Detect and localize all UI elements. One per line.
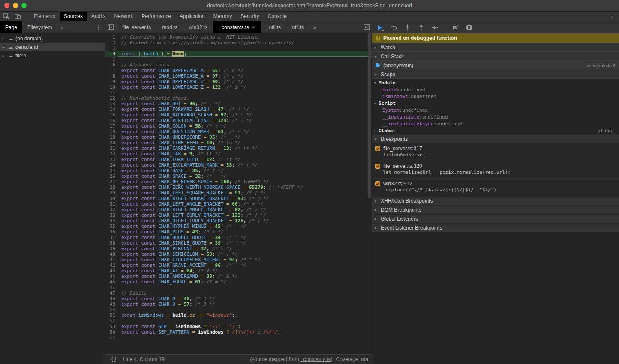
line-number[interactable]: 11 (105, 90, 118, 95)
more-tabs-chevron-icon[interactable]: » (57, 21, 67, 33)
section-global-listeners[interactable]: ▸Global Listeners (372, 214, 619, 223)
line-number[interactable]: 52 (105, 318, 118, 324)
line-number[interactable]: 13 (105, 101, 118, 107)
line-number[interactable]: 48 (105, 296, 118, 301)
line-number[interactable]: 49 (105, 301, 118, 307)
step-icon[interactable] (431, 24, 439, 31)
line-number[interactable]: 12 (105, 95, 118, 101)
line-number[interactable]: 30 (105, 196, 118, 201)
section-scope[interactable]: ▾ Scope (372, 70, 619, 79)
main-menu-button[interactable]: ⋮ (607, 12, 616, 21)
tab-sources[interactable]: Sources (60, 12, 87, 21)
line-number[interactable]: 29 (105, 190, 118, 196)
close-tab-icon[interactable]: × (252, 24, 255, 30)
deactivate-breakpoints-icon[interactable] (452, 24, 459, 31)
line-number[interactable]: 47 (105, 290, 118, 296)
line-number[interactable]: 55 (105, 335, 118, 340)
line-number[interactable]: 21 (105, 146, 118, 151)
line-number[interactable]: 51 (105, 313, 118, 318)
tab-performance[interactable]: Performance (137, 12, 175, 21)
file-tab-win32ts[interactable]: win32.ts (183, 21, 213, 33)
navigator-tab-page[interactable]: Page (0, 21, 22, 33)
line-number[interactable]: 15 (105, 112, 118, 118)
breakpoint-snippet[interactable]: let normalizedUrl = posix.normalize(req.… (372, 170, 619, 176)
section-xhr-fetch-breakpoints[interactable]: ▸XHR/fetch Breakpoints (372, 196, 619, 205)
line-number[interactable]: 2 (105, 40, 118, 45)
step-over-icon[interactable] (390, 24, 397, 31)
source-editor[interactable]: 1// Copyright the Browserify authors. MI… (105, 33, 372, 354)
minimize-window-button[interactable] (13, 3, 18, 8)
hide-navigator-icon[interactable] (105, 21, 117, 33)
line-number[interactable]: 24 (105, 162, 118, 168)
line-number[interactable]: 5 (105, 57, 118, 62)
tab-network[interactable]: Network (110, 12, 137, 21)
line-number[interactable]: 20 (105, 140, 118, 146)
line-number[interactable]: 33 (105, 212, 118, 218)
section-dom-breakpoints[interactable]: ▸DOM Breakpoints (372, 205, 619, 214)
line-number[interactable]: 25 (105, 168, 118, 173)
line-number[interactable]: 37 (105, 235, 118, 240)
pause-on-exceptions-icon[interactable] (466, 24, 473, 31)
inspect-element-icon[interactable] (3, 13, 10, 20)
scope-group-script[interactable]: ▾Script (372, 100, 619, 107)
source-map-link[interactable]: _constants.ts (300, 356, 331, 362)
line-number[interactable]: 46 (105, 285, 118, 290)
line-number[interactable]: 8 (105, 73, 118, 79)
line-number[interactable]: 7 (105, 68, 118, 73)
line-number[interactable]: 32 (105, 207, 118, 212)
section-call-stack[interactable]: ▾ Call Stack (372, 52, 619, 61)
show-debugger-sidebar-icon[interactable] (364, 21, 370, 33)
tab-elements[interactable]: Elements (30, 12, 60, 21)
navigator-menu-button[interactable]: ⋮ (95, 21, 102, 33)
call-stack-frame[interactable]: (anonymous)_constants.ts:4 (372, 61, 619, 70)
breakpoint-snippet[interactable]: listenAndServe( (372, 152, 619, 159)
line-number[interactable]: 31 (105, 201, 118, 207)
file-tab-modts[interactable]: mod.ts (156, 21, 183, 33)
breakpoint-checkbox[interactable] (375, 181, 380, 186)
line-number[interactable]: 9 (105, 79, 118, 84)
breakpoint-snippet[interactable]: .replace(/^\/*([A-Za-z]:)(\/|$)/, "$1/") (372, 187, 619, 194)
pretty-print-button[interactable]: {} (109, 356, 118, 362)
step-into-icon[interactable] (404, 24, 411, 31)
tab-application[interactable]: Application (175, 12, 209, 21)
tree-item[interactable]: ▸☁(no domain) (0, 34, 105, 43)
line-number[interactable]: 28 (105, 185, 118, 190)
breakpoint-checkbox[interactable] (375, 164, 380, 169)
line-number[interactable]: 40 (105, 251, 118, 257)
frame-location[interactable]: _constants.ts:4 (584, 63, 619, 68)
file-tab-_constantsts[interactable]: _constants.ts× (213, 21, 260, 33)
breakpoint-checkbox[interactable] (375, 146, 380, 151)
line-number[interactable]: 16 (105, 118, 118, 123)
line-number[interactable]: 26 (105, 173, 118, 179)
line-number[interactable]: 50 (105, 307, 118, 313)
line-number[interactable]: 45 (105, 279, 118, 285)
line-number[interactable]: 1 (105, 34, 118, 40)
tab-audits[interactable]: Audits (87, 12, 110, 21)
section-watch[interactable]: ▸ Watch (372, 43, 619, 52)
line-number[interactable]: 4 (105, 51, 118, 57)
line-number[interactable]: 43 (105, 268, 118, 274)
line-number[interactable]: 54 (105, 329, 118, 335)
line-number[interactable]: 53 (105, 324, 118, 329)
line-number[interactable]: 17 (105, 123, 118, 129)
line-number[interactable]: 35 (105, 224, 118, 229)
line-number[interactable]: 34 (105, 218, 118, 224)
section-breakpoints[interactable]: ▾ Breakpoints (372, 134, 619, 143)
line-number[interactable]: 38 (105, 240, 118, 246)
resume-icon[interactable] (376, 24, 384, 31)
line-number[interactable]: 42 (105, 263, 118, 268)
tab-security[interactable]: Security (236, 12, 263, 21)
line-number[interactable]: 39 (105, 246, 118, 251)
line-number[interactable]: 23 (105, 157, 118, 162)
breakpoint-location[interactable]: win32.ts:912 (383, 181, 412, 187)
close-window-button[interactable] (4, 3, 9, 8)
tab-memory[interactable]: Memory (209, 12, 236, 21)
breakpoint-location[interactable]: file_server.ts:320 (383, 163, 422, 169)
file-tab-file_serverts[interactable]: file_server.ts (117, 21, 156, 33)
line-number[interactable]: 36 (105, 229, 118, 235)
line-number[interactable]: 6 (105, 62, 118, 68)
line-number[interactable]: 14 (105, 107, 118, 112)
scope-group-global[interactable]: ▸Globalglobal (372, 127, 619, 134)
tree-item[interactable]: ▸☁deno.land (0, 43, 105, 51)
line-number[interactable]: 27 (105, 179, 118, 185)
